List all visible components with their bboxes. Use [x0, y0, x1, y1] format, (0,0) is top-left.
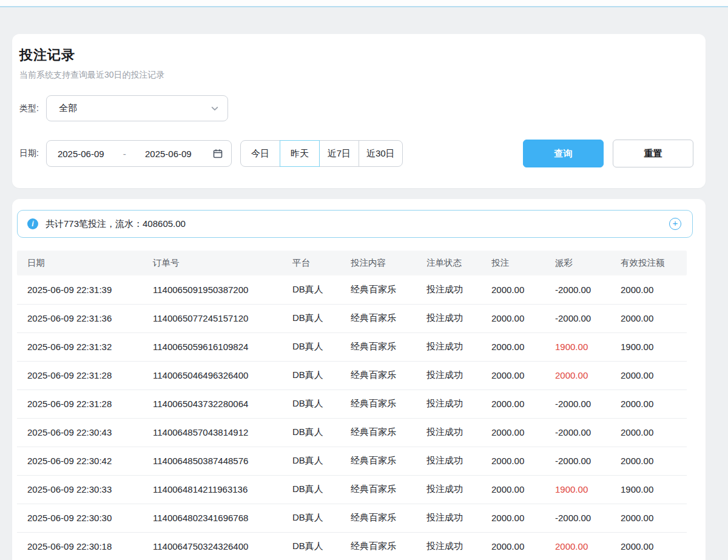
reset-button[interactable]: 重置: [613, 140, 693, 167]
quick-range-button-3[interactable]: 近30日: [359, 140, 403, 167]
table-cell: 2025-06-09 22:31:36: [17, 304, 143, 332]
table-cell: -2000.00: [545, 447, 610, 475]
table-cell: 投注成功: [416, 361, 481, 390]
table-cell: 2000.00: [610, 361, 687, 390]
table-cell: 1140064857043814912: [143, 418, 282, 447]
table-cell: 2025-06-09 22:30:30: [17, 504, 143, 532]
table-cell: 2000.00: [481, 504, 545, 532]
table-cell: 1140065091950387200: [143, 275, 282, 304]
table-cell: DB真人: [282, 504, 340, 532]
table-cell: 投注成功: [416, 475, 481, 504]
page-title: 投注记录: [19, 46, 693, 64]
table-cell: DB真人: [282, 361, 340, 390]
table-row-1: 2025-06-09 22:31:361140065077245157120DB…: [17, 304, 687, 332]
records-card: i 共计773笔投注，流水：408605.00 + 日期订单号平台投注内容注单状…: [12, 199, 706, 560]
table-cell: 经典百家乐: [340, 504, 416, 532]
column-header-1: 订单号: [143, 251, 282, 275]
filter-card: 投注记录 当前系统支持查询最近30日的投注记录 类型: 全部 日期: 2025-…: [12, 34, 706, 188]
table-row-0: 2025-06-09 22:31:391140065091950387200DB…: [17, 275, 687, 304]
summary-text: 共计773笔投注，流水：408605.00: [46, 218, 186, 230]
type-filter-row: 类型: 全部: [19, 95, 693, 121]
table-cell: 2025-06-09 22:30:18: [17, 532, 143, 560]
table-cell: 2000.00: [610, 304, 687, 332]
table-cell: 投注成功: [416, 332, 481, 361]
table-row-6: 2025-06-09 22:30:421140064850387448576DB…: [17, 447, 687, 475]
table-cell: DB真人: [282, 304, 340, 332]
table-cell: DB真人: [282, 275, 340, 304]
column-header-5: 投注: [481, 251, 545, 275]
table-cell: DB真人: [282, 532, 340, 560]
table-row-5: 2025-06-09 22:30:431140064857043814912DB…: [17, 418, 687, 447]
quick-range-button-2[interactable]: 近7日: [319, 140, 359, 167]
table-cell: 1140065046496326400: [143, 361, 282, 390]
column-header-0: 日期: [17, 251, 143, 275]
table-cell: 经典百家乐: [340, 332, 416, 361]
table-cell: 2025-06-09 22:30:43: [17, 418, 143, 447]
date-start-value: 2025-06-09: [58, 149, 104, 159]
column-header-6: 派彩: [545, 251, 610, 275]
table-row-7: 2025-06-09 22:30:331140064814211963136DB…: [17, 475, 687, 504]
quick-range-button-0[interactable]: 今日: [240, 140, 280, 167]
chevron-down-icon: [211, 104, 219, 113]
table-cell: 投注成功: [416, 418, 481, 447]
table-cell: 1140064850387448576: [143, 447, 282, 475]
table-cell: 2000.00: [545, 532, 610, 560]
table-cell: 1900.00: [610, 475, 687, 504]
table-cell: 2025-06-09 22:31:32: [17, 332, 143, 361]
table-row-4: 2025-06-09 22:31:281140065043732280064DB…: [17, 390, 687, 418]
table-cell: 投注成功: [416, 304, 481, 332]
quick-range-group: 今日昨天近7日近30日: [240, 140, 403, 167]
info-icon: i: [27, 218, 38, 229]
table-cell: 2000.00: [610, 390, 687, 418]
table-cell: DB真人: [282, 332, 340, 361]
table-cell: -2000.00: [545, 390, 610, 418]
table-cell: -2000.00: [545, 504, 610, 532]
top-strip: [0, 0, 728, 6]
table-row-3: 2025-06-09 22:31:281140065046496326400DB…: [17, 361, 687, 390]
table-cell: 1140064802341696768: [143, 504, 282, 532]
table-cell: DB真人: [282, 475, 340, 504]
type-label: 类型:: [19, 103, 39, 114]
query-button[interactable]: 查询: [523, 140, 604, 167]
table-cell: 1140064750324326400: [143, 532, 282, 560]
type-select-value: 全部: [59, 103, 211, 114]
table-cell: 投注成功: [416, 532, 481, 560]
column-header-7: 有效投注额: [610, 251, 687, 275]
table-cell: 2000.00: [481, 447, 545, 475]
table-row-2: 2025-06-09 22:31:321140065059616109824DB…: [17, 332, 687, 361]
table-cell: 1900.00: [545, 475, 610, 504]
table-cell: 2000.00: [610, 532, 687, 560]
date-end-value: 2025-06-09: [145, 149, 192, 159]
plus-circle-icon[interactable]: +: [669, 218, 681, 230]
table-cell: 经典百家乐: [340, 304, 416, 332]
table-cell: 1140065077245157120: [143, 304, 282, 332]
table-cell: 2000.00: [481, 304, 545, 332]
table-cell: 投注成功: [416, 447, 481, 475]
table-cell: 2000.00: [481, 475, 545, 504]
type-select[interactable]: 全部: [46, 95, 228, 121]
table-cell: -2000.00: [545, 275, 610, 304]
table-cell: 经典百家乐: [340, 532, 416, 560]
table-cell: 2000.00: [481, 361, 545, 390]
table-row-8: 2025-06-09 22:30:301140064802341696768DB…: [17, 504, 687, 532]
date-separator: -: [123, 149, 126, 159]
table-cell: -2000.00: [545, 304, 610, 332]
table-cell: 投注成功: [416, 275, 481, 304]
table-cell: 经典百家乐: [340, 361, 416, 390]
table-cell: 2000.00: [481, 275, 545, 304]
table-cell: 2025-06-09 22:30:42: [17, 447, 143, 475]
table-cell: 2000.00: [481, 332, 545, 361]
table-cell: 2000.00: [610, 418, 687, 447]
table-cell: 经典百家乐: [340, 418, 416, 447]
date-range-input[interactable]: 2025-06-09 - 2025-06-09: [46, 140, 232, 167]
date-filter-row: 日期: 2025-06-09 - 2025-06-09 今日昨天近7日近30日 …: [19, 140, 693, 167]
quick-range-button-1[interactable]: 昨天: [280, 140, 320, 167]
bet-records-table: 日期订单号平台投注内容注单状态投注派彩有效投注额 2025-06-09 22:3…: [17, 251, 687, 560]
table-cell: 1140065043732280064: [143, 390, 282, 418]
date-label: 日期:: [19, 148, 39, 159]
summary-alert: i 共计773笔投注，流水：408605.00 +: [17, 210, 693, 238]
table-cell: 2000.00: [545, 361, 610, 390]
table-cell: 经典百家乐: [340, 447, 416, 475]
calendar-icon: [213, 149, 223, 158]
table-cell: 1900.00: [610, 332, 687, 361]
